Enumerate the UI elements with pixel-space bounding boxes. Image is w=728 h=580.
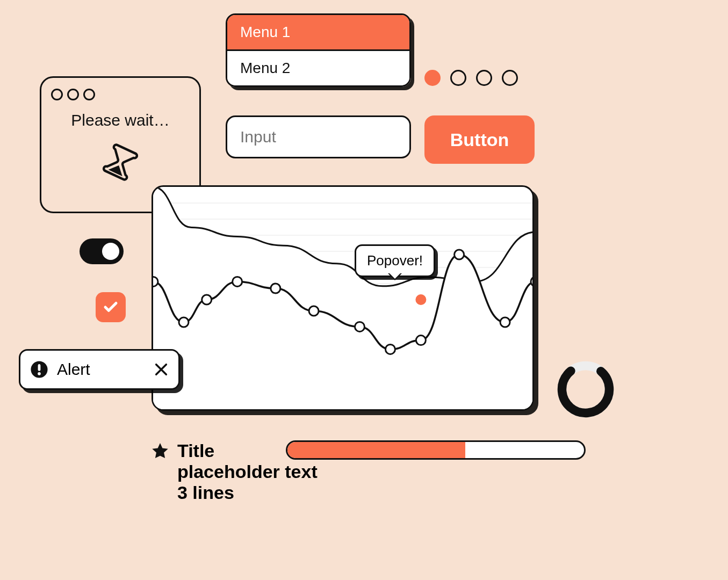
menu-item-label: Menu 2 (240, 60, 290, 76)
wait-message: Please wait… (41, 111, 199, 129)
traffic-dot-icon (83, 89, 95, 100)
svg-point-13 (153, 277, 158, 286)
svg-rect-27 (38, 364, 41, 371)
svg-point-18 (309, 306, 319, 316)
svg-point-16 (233, 277, 242, 286)
menu-item-1[interactable]: Menu 1 (227, 15, 409, 49)
title-line-2: placeholder text (177, 461, 318, 482)
svg-point-24 (531, 277, 534, 286)
toggle-knob (102, 243, 119, 260)
menu-item-2[interactable]: Menu 2 (227, 49, 409, 85)
chart-panel (152, 185, 534, 411)
line-chart (153, 187, 534, 411)
traffic-light-dots (41, 78, 199, 100)
star-icon (150, 441, 170, 461)
progress-bar (286, 440, 586, 460)
hourglass-icon (100, 141, 141, 184)
pager-dot[interactable] (450, 70, 466, 86)
svg-point-25 (415, 294, 426, 305)
pager-dot-active[interactable] (424, 70, 441, 86)
traffic-dot-icon (51, 89, 63, 100)
svg-point-23 (500, 317, 510, 327)
button-label: Button (450, 129, 509, 150)
popover-text: Popover! (367, 252, 423, 269)
svg-point-14 (179, 317, 189, 327)
primary-button[interactable]: Button (424, 115, 535, 164)
svg-point-17 (271, 284, 280, 293)
svg-point-28 (38, 372, 41, 375)
title-line-1: Title (177, 440, 214, 461)
loading-spinner-icon (556, 360, 615, 419)
alert-toast: Alert (19, 349, 180, 390)
svg-point-22 (455, 250, 464, 259)
alert-text: Alert (57, 360, 154, 379)
alert-icon (30, 360, 48, 379)
check-icon (103, 299, 119, 315)
dropdown-menu: Menu 1 Menu 2 (226, 13, 411, 87)
svg-point-15 (202, 295, 212, 305)
toggle-switch[interactable] (80, 238, 124, 264)
title-line-3: 3 lines (177, 482, 318, 503)
svg-point-19 (355, 322, 364, 331)
svg-point-20 (385, 344, 395, 354)
progress-fill (287, 442, 465, 458)
close-icon[interactable] (154, 362, 169, 377)
traffic-dot-icon (67, 89, 79, 100)
pager-dot[interactable] (502, 70, 518, 86)
pager-dot[interactable] (476, 70, 492, 86)
menu-item-label: Menu 1 (240, 24, 290, 40)
popover: Popover! (355, 244, 435, 277)
text-input[interactable] (226, 115, 411, 158)
svg-point-21 (416, 336, 426, 345)
checkbox[interactable] (96, 292, 126, 322)
pagination-dots (424, 70, 518, 86)
